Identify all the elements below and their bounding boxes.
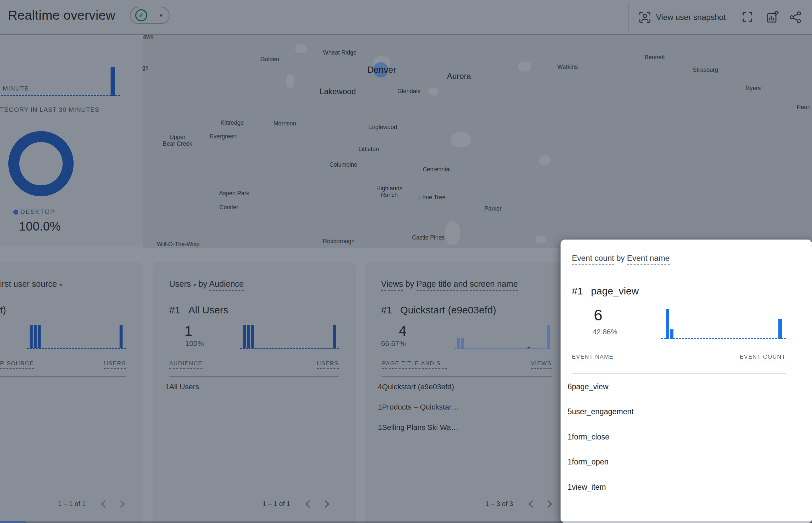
map-city-label: Littleton bbox=[358, 146, 379, 153]
pagination-label: 1 – 1 of 1 bbox=[58, 500, 86, 508]
map-terrain-patch bbox=[428, 88, 438, 95]
event-count-by-event-name-card: Event count by Event name #1page_view 6 … bbox=[560, 239, 812, 523]
pagination-label: 1 – 1 of 1 bbox=[262, 500, 290, 508]
device-category-label: TEGORY IN LAST 30 MINUTES bbox=[0, 106, 99, 113]
row-value: 5 bbox=[568, 407, 572, 416]
status-check-icon: ✓ bbox=[135, 9, 147, 21]
row-value: 4 bbox=[378, 382, 382, 392]
page-title: Realtime overview bbox=[8, 8, 115, 23]
page-header: Realtime overview ✓ ▼ View user snapshot bbox=[0, 0, 812, 35]
row-label: All Users bbox=[169, 382, 199, 392]
row-label: form_close bbox=[572, 432, 609, 441]
donut-legend-label: DESKTOP bbox=[20, 208, 55, 216]
view-user-snapshot-label: View user snapshot bbox=[656, 13, 726, 22]
edit-chart-icon bbox=[766, 11, 779, 24]
edit-comparison-button[interactable] bbox=[766, 11, 779, 24]
map-city-label: Morrison bbox=[273, 121, 296, 127]
map-city-label: Upper Bear Creek bbox=[163, 134, 192, 147]
share-button[interactable] bbox=[788, 11, 802, 24]
pagination: 1 – 3 of 3 bbox=[485, 500, 556, 508]
map-city-label: Roxborough bbox=[323, 238, 355, 245]
map-terrain-patch bbox=[539, 155, 551, 165]
map-city-label: awk bbox=[143, 35, 153, 40]
row-value: 1 bbox=[568, 432, 572, 441]
map-city-label: Wheat Ridge bbox=[323, 50, 356, 56]
share-icon bbox=[788, 11, 802, 24]
pagination: 1 – 1 of 1 bbox=[262, 500, 333, 508]
report-status-pill[interactable]: ✓ ▼ bbox=[130, 7, 170, 24]
next-page-icon[interactable] bbox=[545, 500, 552, 508]
row-label: Quickstart (e9e03efd) bbox=[382, 382, 454, 392]
map-city-label: Parker bbox=[484, 205, 502, 212]
map-city-label: Bennett bbox=[645, 54, 665, 61]
view-user-snapshot-button[interactable]: View user snapshot bbox=[638, 11, 726, 24]
previous-page-icon[interactable] bbox=[529, 500, 536, 508]
row-value: 1 bbox=[378, 423, 382, 432]
clipped-progress-bar bbox=[0, 521, 26, 523]
row-value: 1 bbox=[165, 382, 169, 392]
users-by-audience-card: Users▾ by Audience #1All Users 1 100% AU… bbox=[153, 262, 356, 523]
map-city-label: Denver bbox=[367, 65, 396, 75]
row-label: page_view bbox=[572, 382, 608, 391]
map-city-label: Evergreen bbox=[210, 133, 237, 140]
donut-legend-value: 100.0% bbox=[19, 220, 61, 234]
map-city-label: Columbine bbox=[329, 162, 357, 168]
first-user-source-card: irst user source▾ t) R SOURCE USERS 1 bbox=[0, 262, 142, 523]
map-city-label: Englewood bbox=[368, 124, 397, 131]
row-label: user_engagement bbox=[572, 407, 634, 416]
device-category-donut-chart bbox=[8, 131, 74, 196]
pagination-label: 1 – 3 of 3 bbox=[485, 500, 513, 508]
users-per-minute-label: MINUTE bbox=[3, 85, 29, 92]
next-page-icon[interactable] bbox=[117, 500, 125, 508]
fullscreen-icon bbox=[741, 11, 754, 24]
row-label: form_open bbox=[572, 457, 608, 466]
map-city-label: Highlands Ranch bbox=[376, 185, 402, 198]
row-value: 1 bbox=[568, 457, 572, 466]
row-value: 1 bbox=[378, 402, 382, 412]
map-city-label: Will-O-The-Wisp bbox=[157, 241, 200, 248]
map-city-label: Peori bbox=[797, 104, 811, 111]
map-terrain-patch bbox=[286, 74, 294, 88]
row-label: Selling Plans Ski Wa… bbox=[382, 423, 458, 432]
map-city-label: Lakewood bbox=[319, 87, 356, 96]
map-city-label: Watkins bbox=[557, 64, 578, 71]
map-city-label: gs bbox=[142, 65, 148, 71]
table-rows: page_view 6 user_engagement 5 form_close… bbox=[572, 239, 786, 523]
map-city-label: Kittredge bbox=[221, 120, 244, 126]
map-city-label: Strasburg bbox=[693, 67, 718, 74]
legend-dot-icon bbox=[13, 210, 18, 215]
previous-page-icon[interactable] bbox=[101, 500, 109, 508]
table-rows: 1 bbox=[0, 262, 126, 523]
row-value: 6 bbox=[568, 382, 572, 391]
previous-page-icon[interactable] bbox=[306, 500, 313, 508]
chevron-down-icon: ▼ bbox=[158, 13, 163, 18]
users-per-minute-card: MINUTE TEGORY IN LAST 30 MINUTES DESKTOP… bbox=[0, 36, 142, 247]
map-terrain-patch bbox=[518, 61, 531, 72]
row-label: view_item bbox=[572, 482, 606, 492]
realtime-overview-page: Realtime overview ✓ ▼ View user snapshot bbox=[0, 0, 812, 523]
header-divider bbox=[628, 3, 629, 32]
next-page-icon[interactable] bbox=[322, 500, 329, 508]
map-city-label: Golden bbox=[260, 56, 279, 63]
map-city-label: Castle Pines bbox=[412, 235, 445, 241]
map-city-label: Centennial bbox=[422, 166, 451, 173]
card-scrollbar[interactable] bbox=[806, 239, 812, 523]
map-terrain-patch bbox=[295, 44, 307, 53]
fullscreen-button[interactable] bbox=[741, 11, 754, 24]
map-terrain-patch bbox=[445, 221, 460, 245]
chart-baseline bbox=[0, 95, 120, 96]
map-terrain-patch bbox=[451, 132, 471, 147]
views-by-page-title-card: Views by Page title and screen name #1Qu… bbox=[365, 262, 569, 523]
table-rows: All Users 1 bbox=[169, 262, 340, 523]
realtime-geo-map[interactable]: awkgsGoldenWheat RidgeDenverAuroraLakewo… bbox=[142, 35, 812, 248]
row-label: Products – Quickstar… bbox=[382, 402, 459, 412]
pagination: 1 – 1 of 1 bbox=[58, 500, 129, 508]
map-city-label: Aurora bbox=[447, 72, 471, 81]
table-rows: Quickstart (e9e03efd) 4 Products – Quick… bbox=[382, 262, 552, 523]
map-city-label: Aspen Park bbox=[219, 190, 249, 197]
row-value: 1 bbox=[568, 482, 572, 492]
chart-bar bbox=[110, 67, 115, 96]
map-city-label: Conifer bbox=[220, 204, 238, 211]
map-city-label: Byers bbox=[746, 85, 761, 92]
map-city-label: Glendale bbox=[397, 88, 421, 95]
